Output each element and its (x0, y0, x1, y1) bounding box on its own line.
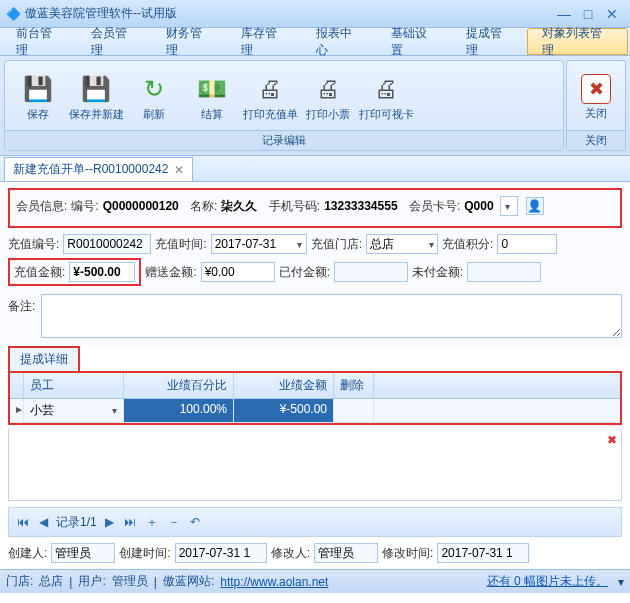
maximize-button[interactable]: □ (576, 6, 600, 22)
menu-item-5[interactable]: 基础设置 (377, 28, 452, 55)
member-name-label: 名称: (190, 198, 217, 215)
member-info-bar: 会员信息: 编号: Q0000000120 名称: 柒久久 手机号码: 1323… (8, 188, 622, 228)
recharge-amount-label: 充值金额: (14, 264, 65, 281)
ribbon-close-caption: 关闭 (567, 130, 625, 150)
nav-prev-button[interactable]: ◀ (37, 515, 50, 529)
nav-add-button[interactable]: ＋ (144, 514, 160, 531)
menu-item-6[interactable]: 提成管理 (452, 28, 527, 55)
upload-status-link[interactable]: 还有 0 幅图片未上传。 (487, 573, 608, 590)
nav-delete-button[interactable]: － (166, 514, 182, 531)
modifier-field (314, 543, 378, 563)
close-window-button[interactable]: ✕ (600, 6, 624, 22)
percent-cell[interactable]: 100.00% (124, 399, 234, 422)
member-code: Q0000000120 (103, 199, 179, 213)
ribbon-btn-label: 结算 (201, 107, 223, 122)
nav-undo-button[interactable]: ↶ (188, 515, 202, 529)
ribbon-icon: 🖨 (254, 73, 286, 105)
form-area: 会员信息: 编号: Q0000000120 名称: 柒久久 手机号码: 1323… (0, 182, 630, 346)
ribbon-icon: 🖨 (312, 73, 344, 105)
status-site-label: 傲蓝网站: (163, 573, 214, 590)
menu-item-4[interactable]: 报表中心 (302, 28, 377, 55)
paid-amount-label: 已付金额: (279, 264, 330, 281)
member-lookup-icon[interactable]: 👤 (526, 197, 544, 215)
menu-item-0[interactable]: 前台管理 (2, 28, 77, 55)
minimize-button[interactable]: — (552, 6, 576, 22)
ribbon-btn-4[interactable]: 🖨打印充值单 (241, 65, 299, 130)
menu-item-7[interactable]: 对象列表管理 (527, 28, 628, 55)
mtime-field (437, 543, 529, 563)
ribbon-icon: ↻ (138, 73, 170, 105)
amount-cell[interactable]: ¥-500.00 (234, 399, 334, 422)
recharge-time-picker[interactable]: ▾ (211, 234, 307, 254)
member-card-label: 会员卡号: (409, 198, 460, 215)
recharge-amount-input[interactable] (69, 262, 135, 282)
ribbon-btn-2[interactable]: ↻刷新 (125, 65, 183, 130)
creator-field (51, 543, 115, 563)
menu-item-2[interactable]: 财务管理 (152, 28, 227, 55)
recharge-points-input[interactable] (497, 234, 557, 254)
ribbon-btn-label: 打印充值单 (243, 107, 298, 122)
nav-first-button[interactable]: ⏮ (15, 515, 31, 529)
recharge-store-picker[interactable]: ▾ (366, 234, 438, 254)
col-percent[interactable]: 业绩百分比 (124, 373, 234, 398)
ribbon-btn-0[interactable]: 💾保存 (9, 65, 67, 130)
window-title: 傲蓝美容院管理软件--试用版 (25, 5, 177, 22)
chevron-down-icon[interactable]: ▾ (426, 239, 437, 250)
ribbon-btn-6[interactable]: 🖨打印可视卡 (357, 65, 415, 130)
row-indicator-icon: ▸ (10, 399, 24, 422)
recharge-code-input[interactable] (63, 234, 151, 254)
ctime-field (175, 543, 267, 563)
ribbon-group-caption: 记录编辑 (5, 130, 563, 150)
col-employee[interactable]: 员工 (24, 373, 124, 398)
unpaid-amount-label: 未付金额: (412, 264, 463, 281)
member-name: 柒久久 (221, 198, 257, 215)
recharge-time-label: 充值时间: (155, 236, 206, 253)
ribbon-btn-label: 打印可视卡 (359, 107, 414, 122)
delete-row-icon[interactable]: ✖ (607, 433, 617, 447)
status-user-label: 用户: (78, 573, 105, 590)
col-amount[interactable]: 业绩金额 (234, 373, 334, 398)
commission-grid: 员工 业绩百分比 业绩金额 删除 ▸ 小芸▾ 100.00% ¥-500.00 (8, 371, 622, 425)
ribbon-icon: 💾 (22, 73, 54, 105)
ribbon-icon: 💾 (80, 73, 112, 105)
ribbon-group-close: ✖ 关闭 关闭 (566, 60, 626, 151)
record-navigator: ⏮ ◀ 记录1/1 ▶ ⏭ ＋ － ↶ (8, 507, 622, 537)
status-user: 管理员 (112, 573, 148, 590)
ctime-label: 创建时间: (119, 545, 170, 562)
member-code-label: 编号: (71, 198, 98, 215)
commission-grid-header: 员工 业绩百分比 业绩金额 删除 (10, 373, 620, 399)
paid-amount-input[interactable] (334, 262, 408, 282)
ribbon-btn-5[interactable]: 🖨打印小票 (299, 65, 357, 130)
ribbon-group-record-edit: 💾保存💾保存并新建↻刷新💵结算🖨打印充值单🖨打印小票🖨打印可视卡 记录编辑 (4, 60, 564, 151)
document-tabstrip: 新建充值开单--R0010000242 ✕ (0, 156, 630, 182)
gift-amount-input[interactable] (201, 262, 275, 282)
employee-cell[interactable]: 小芸▾ (24, 399, 124, 422)
commission-row[interactable]: ▸ 小芸▾ 100.00% ¥-500.00 (10, 399, 620, 423)
commission-tab[interactable]: 提成详细 (10, 348, 78, 371)
chevron-down-icon[interactable]: ▾ (294, 239, 306, 250)
unpaid-amount-input[interactable] (467, 262, 541, 282)
ribbon-btn-1[interactable]: 💾保存并新建 (67, 65, 125, 130)
record-position: 记录1/1 (56, 514, 97, 531)
chevron-down-icon[interactable]: ▾ (618, 575, 624, 589)
ribbon-btn-label: 保存 (27, 107, 49, 122)
modifier-label: 修改人: (271, 545, 310, 562)
remark-input[interactable] (41, 294, 622, 338)
ribbon-close-button[interactable]: ✖ 关闭 (571, 65, 621, 130)
ribbon-icon: 🖨 (370, 73, 402, 105)
tab-close-icon[interactable]: ✕ (174, 163, 184, 177)
status-site-link[interactable]: http://www.aolan.net (220, 575, 328, 589)
nav-last-button[interactable]: ⏭ (122, 515, 138, 529)
recharge-amount-block: 充值金额: (8, 258, 141, 286)
ribbon-btn-3[interactable]: 💵结算 (183, 65, 241, 130)
ribbon-close-label: 关闭 (585, 106, 607, 121)
recharge-code-label: 充值编号: (8, 236, 59, 253)
ribbon-icon: 💵 (196, 73, 228, 105)
nav-next-button[interactable]: ▶ (103, 515, 116, 529)
member-picker[interactable]: ▾ (500, 196, 518, 216)
menu-item-3[interactable]: 库存管理 (227, 28, 302, 55)
menu-item-1[interactable]: 会员管理 (77, 28, 152, 55)
main-menubar: 前台管理会员管理财务管理库存管理报表中心基础设置提成管理对象列表管理 (0, 28, 630, 56)
commission-section: 提成详细 员工 业绩百分比 业绩金额 删除 ▸ 小芸▾ 100.00% ¥-50… (0, 346, 630, 501)
document-tab[interactable]: 新建充值开单--R0010000242 ✕ (4, 157, 193, 181)
